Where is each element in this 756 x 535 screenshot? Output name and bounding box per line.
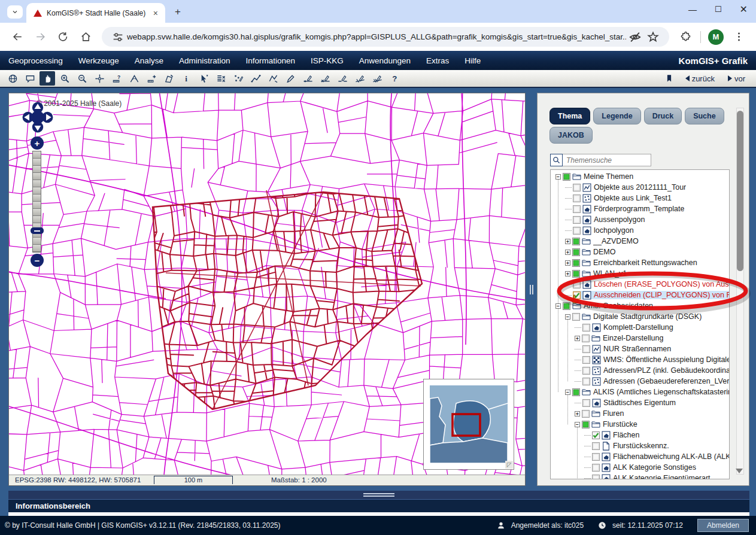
menu-item-informationen[interactable]: Informationen [245,56,295,65]
tree-checkbox[interactable] [572,259,580,267]
zoom-handle[interactable] [31,227,44,234]
edit-line-join-icon[interactable] [369,71,385,86]
zoom-out-icon[interactable] [74,71,90,86]
comment-icon[interactable] [22,71,38,86]
measure-area-icon[interactable] [144,71,159,86]
back-button[interactable] [8,28,26,46]
url-text[interactable]: webapp.svw.halle.de/komgis30.hal.gisplus… [127,32,626,41]
select-icon[interactable] [196,71,211,86]
tree-checkbox[interactable] [563,173,570,181]
tree-item-label[interactable]: ALK Kategorie Eigentümerart [613,474,711,479]
tree-row[interactable]: Komplett-Darstellung [552,322,729,333]
tree-row[interactable]: WMS: Öffentliche Ausspielung Digitale S [552,354,729,365]
tree-item-label[interactable]: Objekte aus Link_Test1 [594,194,672,202]
tree-row[interactable]: Adressen/PLZ (inkl. Gebäudekoordinate [552,365,729,376]
tree-item-label[interactable]: Adressen (Gebaeudereferenzen_LVerm [603,377,729,385]
tree-row[interactable]: Förderprogramm_Template [552,203,729,214]
scroll-down-icon[interactable] [736,469,743,473]
tree-item-label[interactable]: Förderprogramm_Template [594,205,684,213]
pan-compass[interactable] [22,102,53,135]
tree-item-label[interactable]: Flächenabweichung ALK-ALB (ALK [613,452,729,461]
tab-jakob[interactable]: JAKOB [549,127,593,144]
tree-item-label[interactable]: Flächen [613,431,639,439]
tab-suche[interactable]: Suche [685,108,724,124]
menu-item-isp-kkg[interactable]: ISP-KKG [311,56,344,65]
draw-polyline-icon[interactable] [265,71,281,86]
tree-row[interactable]: NUR Straßennamen [552,344,729,354]
tree-row[interactable]: −Meine Themen [552,171,729,182]
tree-row[interactable]: +Fluren [552,408,729,419]
tree-item-label[interactable]: __AZVDEMO [593,237,639,245]
panel-scrollbar[interactable] [736,108,744,475]
site-info-icon[interactable] [111,31,125,44]
edit-line-snap-icon[interactable] [352,71,368,86]
tree-checkbox[interactable] [582,399,590,407]
measure-length-icon[interactable]: ? [109,71,125,86]
reload-button[interactable] [54,28,72,46]
tree-checkbox[interactable] [573,184,581,191]
tree-expand-toggle[interactable]: + [565,271,570,276]
edit-line-delete-icon[interactable] [317,71,333,86]
edit-line-insert-icon[interactable] [300,71,315,86]
menu-item-hilfe[interactable]: Hilfe [464,56,481,65]
forward-button[interactable] [31,28,49,46]
tree-expand-toggle[interactable]: + [575,411,580,417]
tree-item-label[interactable]: Flurstückskennz. [613,442,669,450]
menu-item-administration[interactable]: Administration [179,56,230,65]
tree-checkbox[interactable] [572,270,580,278]
tree-item-label[interactable]: Amtl. Geobasisdaten [584,302,653,310]
tree-checkbox[interactable] [582,324,590,332]
tree-item-label[interactable]: WMS: Öffentliche Ausspielung Digitale S [603,355,729,364]
tree-item-label[interactable]: Flurstücke [603,420,637,428]
tree-item-label[interactable]: Einzel-Darstellung [603,334,663,342]
tree-row[interactable]: Löschen (ERASE_POLYGONS) von Auss [552,279,729,290]
menu-item-analyse[interactable]: Analyse [135,56,163,65]
tree-row[interactable]: +DEMO [552,247,729,257]
tree-checkbox[interactable] [582,410,590,418]
tree-checkbox[interactable] [572,313,580,321]
tree-checkbox[interactable] [573,281,581,288]
tree-item-label[interactable]: NUR Straßennamen [603,345,671,353]
info-icon[interactable]: i [178,71,194,86]
address-bar[interactable]: webapp.svw.halle.de/komgis30.hal.gisplus… [102,27,669,47]
tree-item-label[interactable]: Ausschneiden (CLIP_POLYGONS) von Flu [594,291,730,299]
tree-row[interactable]: +Einzel-Darstellung [552,333,729,344]
tree-item-label[interactable]: WLAN_v1 [593,269,627,278]
tree-row[interactable]: ALK Kategorie Eigentümerart [552,473,729,479]
window-close-button[interactable]: ✕ [740,4,748,15]
tree-expand-toggle[interactable]: + [575,336,580,341]
globe-icon[interactable] [5,71,20,86]
tree-checkbox[interactable] [592,464,600,472]
draw-line-icon[interactable] [248,71,263,86]
menu-item-anwendungen[interactable]: Anwendungen [359,56,411,65]
help-icon[interactable]: ? [387,71,402,86]
profile-avatar[interactable]: M [708,29,724,45]
tree-expand-toggle[interactable]: + [565,250,570,255]
tree-expand-toggle[interactable]: + [565,260,570,266]
tree-item-label[interactable]: Meine Themen [584,172,633,181]
tab-close-icon[interactable]: × [151,8,160,18]
tree-checkbox[interactable] [592,475,600,480]
tree-expand-toggle[interactable]: − [575,422,580,427]
tree-checkbox[interactable] [572,238,580,245]
tree-checkbox[interactable] [592,431,600,439]
tree-checkbox[interactable] [573,205,581,213]
window-maximize-button[interactable]: ☐ [715,5,722,14]
tree-checkbox[interactable] [582,345,590,353]
tree-row[interactable]: Objekte aus Link_Test1 [552,193,729,203]
tree-row[interactable]: ALK Kategorie Sonstiges [552,462,729,473]
tree-expand-toggle[interactable]: + [565,239,570,244]
tree-row[interactable]: Städtisches Eigentum [552,397,729,408]
new-tab-button[interactable]: + [175,6,181,18]
tree-row[interactable]: −Flurstücke [552,419,729,430]
inset-resize-handle[interactable]: ◸ [505,461,513,469]
zoom-minus-button[interactable]: − [31,254,44,267]
tree-checkbox[interactable] [572,388,580,396]
bookmark-icon[interactable] [665,74,673,83]
zoom-in-icon[interactable] [57,71,72,86]
theme-search-button[interactable] [550,154,563,166]
tree-item-label[interactable]: Erreichbarkeit Rettungswachen [593,259,697,267]
tree-row[interactable]: +Erreichbarkeit Rettungswachen [552,257,729,268]
tree-item-label[interactable]: Adressen/PLZ (inkl. Gebäudekoordinate [603,366,729,375]
menu-item-werkzeuge[interactable]: Werkzeuge [78,56,119,65]
